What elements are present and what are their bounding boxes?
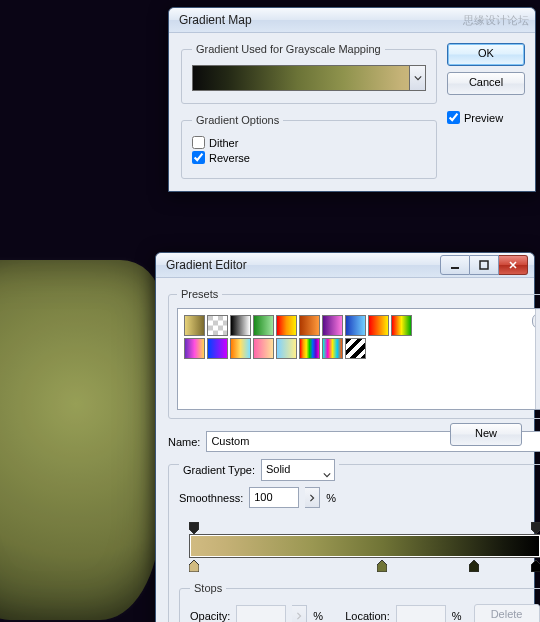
gradient-map-titlebar[interactable]: Gradient Map 思缘设计论坛 [169,8,535,33]
color-stop-handle[interactable] [377,560,387,572]
reverse-checkbox[interactable] [192,151,205,164]
opacity-location-label: Location: [345,610,390,622]
grayscale-mapping-legend: Gradient Used for Grayscale Mapping [192,43,385,55]
preset-swatch[interactable] [299,338,320,359]
preset-swatch[interactable] [345,315,366,336]
svg-rect-0 [451,267,459,269]
gradient-map-dialog: Gradient Map 思缘设计论坛 Gradient Used for Gr… [168,7,536,192]
presets-box [177,308,540,410]
preview-checkbox-row[interactable]: Preview [447,111,525,124]
preset-swatch[interactable] [322,315,343,336]
preset-swatch[interactable] [299,315,320,336]
opacity-stop-handle[interactable] [531,522,540,534]
watermark-sub: 思缘设计论坛 [463,13,529,28]
close-icon [508,260,518,270]
gradient-editor-title: Gradient Editor [166,258,440,272]
percent-label-2: % [313,610,323,622]
smoothness-input[interactable] [249,487,299,508]
chevron-down-icon [414,74,422,82]
opacity-label: Opacity: [190,610,230,622]
percent-label: % [326,492,336,504]
reverse-text: Reverse [209,152,250,164]
preset-swatch[interactable] [207,315,228,336]
stops-legend: Stops [190,582,226,594]
ok-button[interactable]: OK [447,43,525,66]
gradient-editor-bar[interactable] [189,534,540,558]
stops-group: Stops Opacity: % Location: % Delete [179,582,540,622]
gradient-editor-bar-wrap [183,522,540,572]
name-label: Name: [168,436,200,448]
presets-legend: Presets [177,288,222,300]
chevron-right-icon [295,612,303,620]
preset-swatch[interactable] [230,338,251,359]
color-stop-handle[interactable] [531,560,540,572]
preset-swatch[interactable] [276,315,297,336]
chevron-right-icon [308,494,316,502]
smoothness-label: Smoothness: [179,492,243,504]
gradient-type-select[interactable]: Solid [261,459,335,481]
background-artwork [0,260,160,620]
gradient-map-title: Gradient Map [179,13,463,27]
reverse-checkbox-label[interactable]: Reverse [192,151,250,164]
presets-group: Presets [168,288,540,419]
preset-swatch[interactable] [207,338,228,359]
new-button[interactable]: New [450,423,522,446]
preset-swatch[interactable] [230,315,251,336]
maximize-icon [479,260,489,270]
preset-swatch[interactable] [391,315,412,336]
gradient-settings-group: Gradient Type: Solid Smoothness: % [168,464,540,622]
preset-swatch[interactable] [276,338,297,359]
opacity-stepper [292,605,307,622]
preset-swatch[interactable] [322,338,343,359]
window-minimize-button[interactable] [440,255,470,275]
window-close-button[interactable] [499,255,528,275]
opacity-location-input [396,605,446,622]
opacity-stop-handle[interactable] [189,522,199,534]
minimize-icon [450,260,460,270]
preset-swatch[interactable] [368,315,389,336]
percent-label-3: % [452,610,462,622]
dither-checkbox-label[interactable]: Dither [192,136,238,149]
gradient-options-group: Gradient Options Dither Reverse [181,114,437,179]
opacity-delete-button: Delete [474,604,540,622]
gradient-preview-strip[interactable] [192,65,426,91]
gradient-editor-dialog: Gradient Editor Presets Name: [155,252,535,622]
dither-checkbox[interactable] [192,136,205,149]
window-maximize-button[interactable] [470,255,499,275]
preset-swatch[interactable] [345,338,366,359]
color-stop-handle[interactable] [469,560,479,572]
preview-checkbox[interactable] [447,111,460,124]
gradient-strip-dropdown[interactable] [409,66,425,90]
grayscale-mapping-group: Gradient Used for Grayscale Mapping [181,43,437,104]
gradient-editor-titlebar[interactable]: Gradient Editor [156,253,534,278]
cancel-button[interactable]: Cancel [447,72,525,95]
gradient-options-legend: Gradient Options [192,114,283,126]
opacity-input [236,605,286,622]
gradient-type-value: Solid [266,463,290,475]
smoothness-stepper[interactable] [305,487,320,508]
chevron-down-icon [323,466,331,484]
color-stop-handle[interactable] [189,560,199,572]
preset-swatch[interactable] [253,338,274,359]
preset-swatch[interactable] [253,315,274,336]
presets-grid [184,315,424,359]
gradient-type-label: Gradient Type: [183,464,255,476]
dither-text: Dither [209,137,238,149]
window-buttons [440,255,528,275]
preset-swatch[interactable] [184,338,205,359]
preview-label: Preview [464,112,503,124]
svg-rect-1 [480,261,488,269]
preset-swatch[interactable] [184,315,205,336]
presets-scrollbar[interactable] [535,309,540,409]
